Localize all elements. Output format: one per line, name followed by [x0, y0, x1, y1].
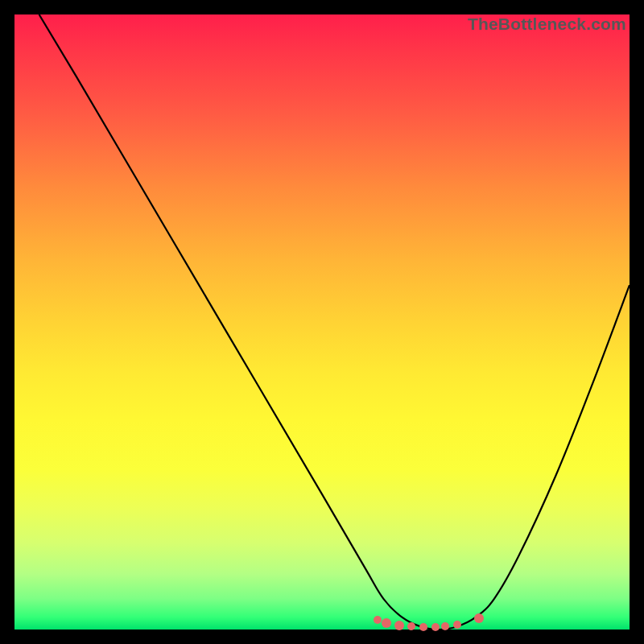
highlight-dot: [431, 623, 440, 631]
highlight-dot: [453, 621, 461, 629]
watermark-text: TheBottleneck.com: [468, 14, 626, 34]
highlight-dot: [407, 622, 415, 630]
highlight-dot: [382, 618, 391, 628]
highlight-dot: [394, 621, 404, 630]
plot-area: [14, 14, 630, 630]
highlight-dots-layer: [14, 14, 630, 630]
highlight-dot: [441, 622, 449, 630]
highlight-dot: [474, 613, 484, 623]
highlight-dot: [419, 623, 427, 631]
highlight-dot: [374, 616, 382, 624]
chart-frame: TheBottleneck.com: [14, 14, 630, 630]
